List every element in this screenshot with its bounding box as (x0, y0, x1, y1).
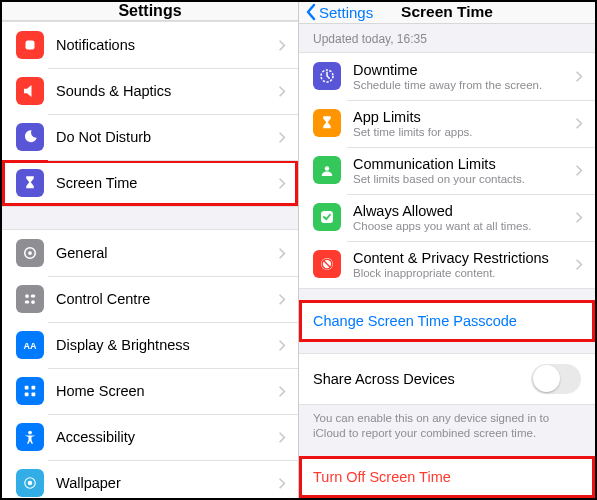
settings-row-sounds-haptics[interactable]: Sounds & Haptics (2, 68, 298, 114)
screentime-row-downtime[interactable]: DowntimeSchedule time away from the scre… (299, 53, 595, 100)
settings-row-label: Accessibility (56, 429, 270, 445)
settings-row-label: Screen Time (56, 175, 270, 191)
nav-bar: Settings Screen Time (299, 2, 595, 24)
settings-row-notifications[interactable]: Notifications (2, 22, 298, 68)
display-icon: AA (16, 331, 44, 359)
settings-row-display-brightness[interactable]: AADisplay & Brightness (2, 322, 298, 368)
updated-timestamp: Updated today, 16:35 (299, 24, 595, 52)
screentime-row-sub: Schedule time away from the screen. (353, 79, 567, 91)
svg-rect-0 (26, 41, 35, 50)
commlimit-icon (313, 156, 341, 184)
settings-row-do-not-disturb[interactable]: Do Not Disturb (2, 114, 298, 160)
screentime-row-label: Communication Limits (353, 156, 567, 172)
gear-icon (16, 239, 44, 267)
svg-rect-5 (25, 301, 30, 304)
svg-point-3 (25, 294, 29, 298)
svg-rect-9 (32, 386, 36, 390)
change-passcode-label: Change Screen Time Passcode (313, 313, 517, 329)
control-icon (16, 285, 44, 313)
notifications-icon (16, 31, 44, 59)
svg-point-21 (325, 166, 330, 171)
page-title-settings: Settings (118, 2, 181, 20)
wallpaper-icon (16, 469, 44, 497)
settings-row-label: Home Screen (56, 383, 270, 399)
accessibility-icon (16, 423, 44, 451)
screentime-row-label: App Limits (353, 109, 567, 125)
screentime-row-sub: Block inappropriate content. (353, 267, 567, 279)
dnd-icon (16, 123, 44, 151)
svg-rect-10 (25, 393, 29, 397)
screentime-row-label: Content & Privacy Restrictions (353, 250, 567, 266)
chevron-left-icon (305, 3, 317, 21)
turn-off-screen-time-button[interactable]: Turn Off Screen Time (299, 456, 595, 498)
svg-point-12 (28, 431, 32, 435)
back-label: Settings (319, 4, 373, 21)
settings-row-control-centre[interactable]: Control Centre (2, 276, 298, 322)
settings-row-home-screen[interactable]: Home Screen (2, 368, 298, 414)
settings-header: Settings (2, 2, 298, 21)
settings-row-label: Control Centre (56, 291, 270, 307)
share-across-devices-row: Share Across Devices (299, 353, 595, 405)
screentime-row-communication-limits[interactable]: Communication LimitsSet limits based on … (299, 147, 595, 194)
hourglass-icon (16, 169, 44, 197)
screentime-row-app-limits[interactable]: App LimitsSet time limits for apps. (299, 100, 595, 147)
settings-row-label: Display & Brightness (56, 337, 270, 353)
downtime-icon (313, 62, 341, 90)
screentime-row-content-privacy-restrictions[interactable]: Content & Privacy RestrictionsBlock inap… (299, 241, 595, 288)
screentime-row-sub: Set limits based on your contacts. (353, 173, 567, 185)
sounds-icon (16, 77, 44, 105)
screentime-row-label: Downtime (353, 62, 567, 78)
settings-row-label: Sounds & Haptics (56, 83, 270, 99)
svg-point-2 (28, 251, 32, 255)
svg-point-14 (28, 481, 33, 486)
allowed-icon (313, 203, 341, 231)
screentime-row-sub: Set time limits for apps. (353, 126, 567, 138)
svg-rect-8 (25, 386, 29, 390)
settings-row-label: General (56, 245, 270, 261)
settings-row-wallpaper[interactable]: Wallpaper (2, 460, 298, 498)
svg-point-4 (31, 300, 35, 304)
settings-row-label: Do Not Disturb (56, 129, 270, 145)
settings-row-general[interactable]: General (2, 230, 298, 276)
svg-text:AA: AA (24, 341, 37, 351)
turn-off-label: Turn Off Screen Time (313, 469, 451, 485)
svg-rect-6 (31, 295, 36, 298)
share-footer-note: You can enable this on any device signed… (299, 405, 595, 456)
screentime-row-sub: Choose apps you want at all times. (353, 220, 567, 232)
restrict-icon (313, 250, 341, 278)
screentime-row-label: Always Allowed (353, 203, 567, 219)
settings-row-screen-time[interactable]: Screen Time (2, 160, 298, 206)
hourglass-icon (313, 109, 341, 137)
settings-row-label: Wallpaper (56, 475, 270, 491)
back-button[interactable]: Settings (299, 3, 373, 21)
share-across-devices-toggle[interactable] (531, 364, 581, 394)
screentime-row-always-allowed[interactable]: Always AllowedChoose apps you want at al… (299, 194, 595, 241)
settings-row-label: Notifications (56, 37, 270, 53)
change-passcode-button[interactable]: Change Screen Time Passcode (299, 300, 595, 342)
svg-rect-11 (32, 393, 36, 397)
settings-row-accessibility[interactable]: Accessibility (2, 414, 298, 460)
page-title-screen-time: Screen Time (401, 3, 493, 21)
share-across-devices-label: Share Across Devices (313, 371, 531, 387)
home-icon (16, 377, 44, 405)
